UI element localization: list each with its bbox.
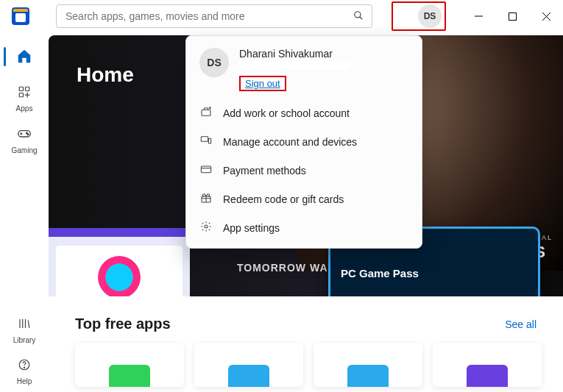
app-thumb-icon [109, 365, 150, 387]
account-name: Dharani Shivakumar [239, 48, 350, 60]
see-all-link[interactable]: See all [505, 318, 537, 330]
app-thumb-icon [467, 365, 508, 387]
maximize-button[interactable] [495, 0, 529, 32]
gaming-icon [17, 126, 32, 144]
minimize-button[interactable] [461, 0, 495, 32]
annotation-highlight: DS [392, 1, 446, 31]
close-button[interactable] [529, 0, 563, 32]
profile-button[interactable]: DS [418, 4, 442, 28]
menu-item-label: App settings [223, 222, 280, 234]
search-box[interactable] [56, 4, 372, 28]
section-heading: Top free apps [75, 316, 171, 332]
apps-icon [18, 85, 31, 102]
menu-item-label: Redeem code or gift cards [223, 193, 344, 205]
gift-icon [199, 192, 213, 206]
account-dropdown: DS Dharani Shivakumar Sign out Add work … [185, 35, 422, 249]
app-thumb-icon [347, 365, 389, 387]
app-card[interactable] [194, 343, 303, 387]
title-bar: DS [0, 0, 563, 32]
help-icon [18, 358, 31, 375]
sidebar-item-help[interactable]: Help [2, 351, 46, 392]
sidebar-item-label: Apps [16, 104, 33, 113]
sidebar-item-label: Help [17, 377, 32, 385]
account-email-redacted [239, 61, 350, 70]
menu-payment-methods[interactable]: Payment methods [186, 156, 422, 185]
app-artwork-icon [98, 256, 141, 296]
app-card[interactable] [314, 343, 422, 387]
svg-rect-6 [19, 87, 23, 90]
devices-icon [199, 135, 213, 149]
card-header-bar [49, 228, 190, 237]
home-icon [16, 48, 32, 68]
account-avatar: DS [199, 48, 229, 77]
svg-rect-16 [208, 138, 210, 143]
svg-rect-3 [509, 13, 516, 20]
svg-rect-8 [19, 93, 23, 96]
sign-out-link[interactable]: Sign out [239, 76, 286, 91]
svg-point-20 [205, 225, 208, 228]
game-pass-label: PC Game Pass [341, 267, 419, 279]
gear-icon [199, 221, 213, 235]
sidebar-item-label: Gaming [11, 146, 37, 154]
svg-point-13 [24, 367, 24, 368]
svg-rect-7 [26, 87, 29, 90]
app-card[interactable] [433, 343, 542, 387]
svg-point-11 [27, 133, 29, 135]
sidebar-item-gaming[interactable]: Gaming [2, 119, 46, 160]
card-icon [199, 163, 213, 177]
svg-line-1 [360, 16, 363, 19]
menu-item-label: Add work or school account [223, 107, 350, 119]
sidebar-item-label: Library [13, 336, 36, 344]
search-icon[interactable] [345, 10, 372, 23]
library-icon [18, 317, 31, 334]
sidebar-item-apps[interactable]: Apps [2, 78, 46, 119]
menu-add-work-account[interactable]: Add work or school account [186, 99, 422, 127]
sidebar-item-library[interactable]: Library [2, 310, 46, 351]
menu-manage-account[interactable]: Manage account and devices [186, 127, 422, 156]
menu-redeem-code[interactable]: Redeem code or gift cards [186, 185, 422, 213]
app-card[interactable] [75, 343, 184, 387]
svg-rect-15 [201, 137, 208, 142]
menu-app-settings[interactable]: App settings [186, 213, 422, 242]
svg-rect-14 [202, 110, 210, 115]
svg-rect-17 [201, 166, 210, 173]
search-input[interactable] [57, 10, 345, 22]
briefcase-icon [199, 106, 213, 120]
featured-app-card[interactable] [49, 228, 190, 296]
svg-point-10 [26, 132, 28, 134]
sidebar-item-home[interactable]: Home [2, 37, 46, 78]
menu-item-label: Manage account and devices [223, 136, 357, 148]
hero-tile-subtitle: TOMORROW WAR [237, 262, 336, 274]
menu-item-label: Payment methods [223, 165, 306, 177]
app-card-row [49, 332, 563, 387]
svg-point-0 [355, 11, 361, 17]
sidebar-nav: Home Apps Gaming Library Help [0, 32, 49, 392]
store-logo-icon [12, 7, 29, 25]
app-thumb-icon [228, 365, 269, 387]
